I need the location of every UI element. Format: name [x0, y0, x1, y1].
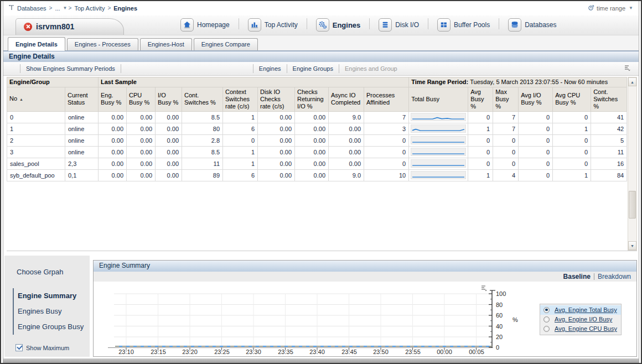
col-max-busy[interactable]: Max Busy % — [493, 87, 519, 111]
cell: 10 — [364, 169, 409, 181]
show-maximum-checkbox[interactable] — [15, 344, 23, 351]
scroll-thumb[interactable] — [629, 191, 636, 219]
vertical-scrollbar[interactable]: ▲ ▼ — [628, 77, 637, 251]
col-async-io[interactable]: Async IO Completed — [329, 87, 364, 111]
radio-icon[interactable] — [543, 316, 550, 323]
y-tick: 60 — [496, 312, 511, 319]
table-row[interactable]: 1 online 0.00 0.00 0.00 80 6 0.00 0.00 0… — [7, 123, 627, 134]
legend-avg-engine-io-busy[interactable]: Avg. Engine I/O Busy — [540, 315, 621, 324]
group-engine-group: Engine/Group — [7, 77, 99, 87]
legend-label[interactable]: Avg. Engine CPU Busy — [555, 325, 617, 332]
cell: 0.00 — [127, 158, 156, 169]
cell: 0 — [553, 158, 591, 169]
cell: 0.00 — [156, 169, 182, 181]
breadcrumb-item-top-activity[interactable]: Top Activity — [74, 5, 105, 12]
nav-engines[interactable]: Engines — [309, 15, 367, 35]
col-avg-cpu[interactable]: Avg CPU Busy % — [553, 87, 591, 111]
cell: 1 — [553, 169, 591, 181]
chart-options-icon[interactable] — [481, 284, 488, 294]
view-engine-groups-button[interactable]: Engine Groups — [292, 65, 334, 72]
graph-item-engines-busy[interactable]: Engines Busy — [18, 304, 90, 319]
col-ctx-rate[interactable]: Context Switches rate (c/s) — [223, 87, 258, 111]
col-eng-busy[interactable]: Eng. Busy % — [99, 87, 127, 111]
col-total-busy[interactable]: Total Busy — [409, 87, 468, 111]
breadcrumb-item-databases[interactable]: Databases — [17, 5, 46, 12]
cell: 0.00 — [99, 146, 127, 158]
header-bar: isrvmn801 Homepage Top Activity — [3, 15, 639, 35]
nav-label: Disk I/O — [395, 21, 419, 29]
col-cpu-busy[interactable]: CPU Busy % — [127, 87, 156, 111]
time-range-control[interactable]: time range ▼ — [588, 4, 633, 12]
col-procs[interactable]: Processes Affinitied — [364, 87, 409, 111]
col-io-busy[interactable]: I/O Busy % — [156, 87, 182, 111]
nav-homepage[interactable]: Homepage — [174, 15, 236, 35]
chevron-down-icon[interactable]: ▼ — [63, 6, 68, 11]
graph-item-engine-summary[interactable]: Engine Summary — [18, 288, 90, 304]
grid-options-icon[interactable] — [624, 65, 631, 72]
legend-avg-engine-cpu-busy[interactable]: Avg. Engine CPU Busy — [540, 324, 621, 334]
legend-avg-engine-total-busy[interactable]: Avg. Engine Total Busy — [540, 305, 621, 315]
scroll-down-button[interactable]: ▼ — [628, 241, 636, 250]
cell: 0.00 — [258, 134, 295, 146]
cell: 0 — [468, 134, 493, 146]
tab-engines-host[interactable]: Engines-Host — [140, 38, 192, 50]
graph-item-engine-groups-busy[interactable]: Engine Groups Busy — [18, 319, 90, 335]
legend-label[interactable]: Avg. Engine I/O Busy — [555, 316, 612, 323]
legend-label[interactable]: Avg. Engine Total Busy — [555, 306, 617, 313]
cell: 0.00 — [156, 146, 182, 158]
breadcrumb-separator: > — [69, 5, 72, 11]
graph-chooser-panel: Choose Grpah Engine Summary Engines Busy… — [4, 256, 90, 357]
col-current-status[interactable]: Current Status — [65, 87, 99, 111]
radio-icon[interactable] — [543, 326, 550, 332]
database-icon — [508, 18, 521, 32]
view-engines-button[interactable]: Engines — [258, 65, 282, 72]
col-avg-busy[interactable]: Avg Busy % — [468, 87, 493, 111]
divider — [239, 18, 239, 29]
bottom-section: Choose Grpah Engine Summary Engines Busy… — [3, 256, 639, 357]
nav-top-activity[interactable]: Top Activity — [241, 15, 304, 35]
divider — [253, 64, 253, 73]
col-cont-pct[interactable]: Cont. Switches % — [591, 87, 627, 111]
view-engines-and-group-button[interactable]: Engines and Group — [344, 65, 398, 72]
cell: 11 — [182, 158, 223, 169]
col-cont-switches[interactable]: Cont. Switches % — [182, 87, 223, 111]
cell: 7 — [493, 123, 519, 134]
x-tick: 00:05 — [464, 349, 489, 355]
scroll-up-button[interactable]: ▲ — [628, 77, 636, 86]
chevron-down-icon: ▼ — [629, 6, 633, 11]
col-disk-rate[interactable]: Disk IO Checks rate (c/s) — [258, 87, 295, 111]
tab-engines-processes[interactable]: Engines - Processes — [67, 38, 138, 50]
table-row[interactable]: sales_pool 2,3 0.00 0.00 0.00 11 1 0.00 … — [7, 158, 627, 169]
content-frame: Databases > ... ▼ > Top Activity > Engin… — [3, 1, 639, 363]
divider — [121, 64, 121, 73]
breadcrumb-item-ellipsis[interactable]: ... — [55, 5, 60, 12]
x-tick: 23:10 — [114, 349, 138, 355]
table-row[interactable]: 0 online 0.00 0.00 0.00 8.5 1 0.00 0.00 … — [7, 111, 627, 123]
col-avg-io[interactable]: Avg I/O Busy % — [519, 87, 553, 111]
show-summary-periods-button[interactable]: Show Engines Summary Periods — [25, 65, 116, 72]
table-row[interactable]: 3 online 0.00 0.00 0.00 8.5 1 0.00 0.00 … — [7, 146, 627, 158]
cell: 0 — [364, 158, 409, 169]
divider — [428, 18, 428, 29]
window-bottom-strip — [3, 358, 639, 363]
app-window: Databases > ... ▼ > Top Activity > Engin… — [0, 0, 642, 364]
show-maximum-row: Show Maximum — [15, 344, 90, 351]
tab-engines-compare[interactable]: Engines Compare — [194, 38, 258, 50]
nav-disk-io[interactable]: Disk I/O — [372, 15, 426, 35]
radio-selected-icon[interactable] — [543, 307, 550, 313]
table-row[interactable]: syb_default_poo 0,1 0.00 0.00 0.00 89 6 … — [7, 169, 627, 181]
cell: 0 — [519, 146, 553, 158]
server-tab[interactable]: isrvmn801 — [15, 18, 124, 35]
col-no[interactable]: No▲ — [7, 87, 65, 111]
engine-table: Engine/Group Last Sample Time Range Peri… — [7, 77, 627, 181]
nav-databases[interactable]: Databases — [501, 15, 563, 35]
cell: 1 — [553, 123, 591, 134]
cell: 0 — [553, 111, 591, 123]
nav-buffer-pools[interactable]: Buffer Pools — [431, 15, 496, 35]
tab-engine-details[interactable]: Engine Details — [8, 37, 65, 51]
nav-label: Databases — [525, 21, 556, 29]
x-tick: 23:55 — [401, 349, 425, 355]
col-checks-ret[interactable]: Checks Returning I/O % — [295, 87, 329, 111]
nav-label: Buffer Pools — [454, 21, 490, 29]
table-row[interactable]: 2 online 0.00 0.00 0.00 2.8 0 0.00 0.00 … — [7, 134, 627, 146]
